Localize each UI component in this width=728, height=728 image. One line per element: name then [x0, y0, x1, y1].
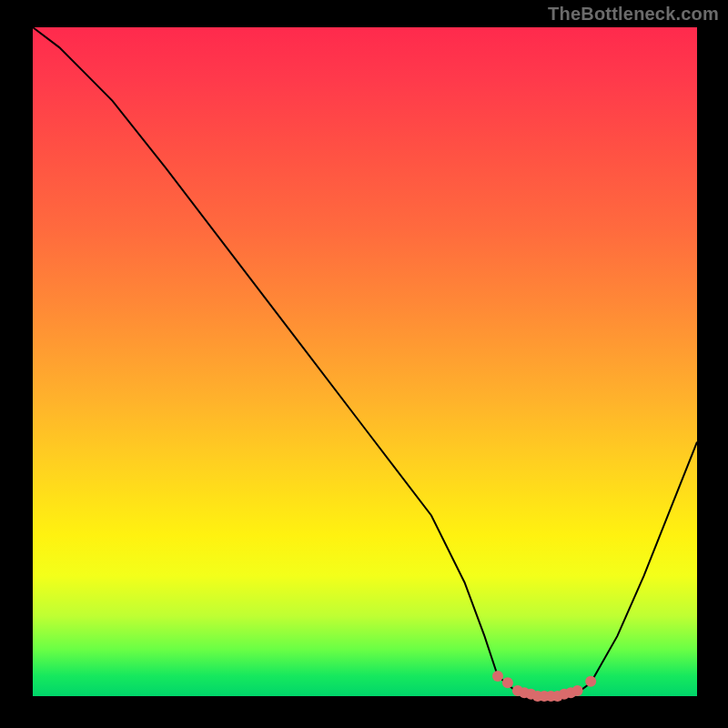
- attribution-text: TheBottleneck.com: [548, 4, 719, 25]
- flat-region-dot: [492, 671, 503, 682]
- flat-region-dot: [572, 685, 583, 696]
- flat-region-dots: [492, 671, 596, 702]
- curve-line: [33, 27, 697, 696]
- bottleneck-curve: [33, 27, 697, 696]
- flat-region-dot: [585, 676, 596, 687]
- flat-region-dot: [502, 677, 513, 688]
- plot-area: [33, 27, 697, 696]
- chart-frame: TheBottleneck.com: [0, 0, 728, 728]
